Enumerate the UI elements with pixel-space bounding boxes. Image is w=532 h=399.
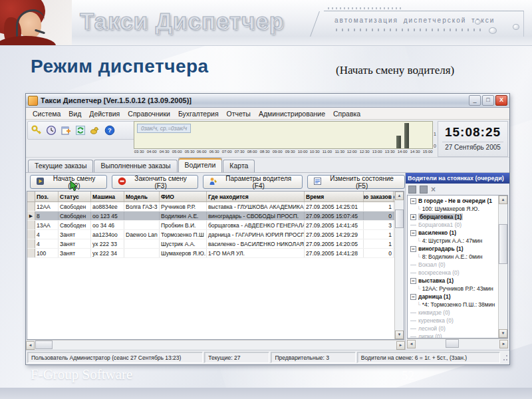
legend-square-icon[interactable] (420, 186, 428, 194)
menu-item-8[interactable]: Справка (329, 109, 364, 118)
table-row[interactable]: 13ААСвободеноо 34 46Пробкин В.И.борщагов… (27, 221, 404, 230)
tree-child-item[interactable]: └*4: Тормозенко П.Ш.: 38мин (408, 301, 507, 309)
collapse-icon[interactable]: − (410, 230, 416, 236)
action-button-4[interactable]: Изменить состояние (F5) (307, 175, 405, 189)
maximize-button[interactable]: □ (482, 95, 494, 106)
menu-item-2[interactable]: Вид (65, 109, 85, 118)
window-titlebar[interactable]: Такси Диспетчер [Ver.1.5.0.12 (13.09.200… (26, 94, 509, 108)
scroll-left-button[interactable]: ◄ (407, 340, 416, 348)
expand-icon[interactable]: + (410, 214, 416, 220)
tree-child-item[interactable]: └8: Водилкин А.Е.: 0мин (408, 253, 507, 261)
legend-square-icon[interactable] (408, 186, 416, 194)
action-button-3[interactable]: Параметры водителя (F4) (203, 175, 303, 189)
tree-item[interactable]: +борщаговка (1) (408, 213, 507, 221)
action-button-2[interactable]: Закончить смену (F3) (112, 175, 198, 189)
table-cell: Занят (59, 230, 91, 239)
table-row[interactable]: 100Занятух 222 34Шумахеров Я.Ю.1-ГО МАЯ … (27, 249, 404, 258)
chart-xtick: 13:00 (372, 149, 382, 153)
tree-item[interactable]: воскресенка (0) (408, 269, 507, 277)
tree-item[interactable]: лесной (0) (408, 325, 507, 332)
tree-child-item[interactable]: └100: Шумахеров Я.Ю. (408, 205, 507, 213)
table-vertical-scrollbar[interactable]: ▲ ▼ (394, 192, 404, 339)
tree-child-label: 4: Шустрик А.А.: 47мин (422, 237, 483, 244)
tab-3[interactable]: Водители (178, 158, 223, 172)
tree-item[interactable]: куреневка (0) (408, 317, 507, 325)
scroll-right-button[interactable]: ► (396, 341, 405, 350)
tree-vertical-scrollbar[interactable]: ▲ ▼ (498, 196, 507, 338)
table-column-header[interactable]: Модель (124, 192, 160, 201)
table-row[interactable]: 4Занятаа1234ооDaewoo LanТормозенко П.Шда… (27, 230, 404, 239)
tree-connector: └ (417, 238, 421, 244)
tree-item[interactable]: киквидзе (0) (408, 309, 507, 317)
app-window: Такси Диспетчер [Ver.1.5.0.12 (13.09.200… (25, 93, 510, 365)
table-column-header[interactable]: Поз. (35, 192, 59, 201)
tab-4[interactable]: Карта (223, 160, 255, 172)
table-row[interactable]: 12ААСвободенао8834ееВолга ГАЗ-3Ручников … (27, 202, 404, 211)
tree-child-item[interactable]: └4: Шустрик А.А.: 47мин (408, 237, 507, 245)
scrollbar-thumb[interactable] (35, 340, 53, 349)
refresh-icon[interactable] (74, 124, 86, 136)
table-column-header[interactable]: Машина (91, 192, 124, 201)
chart-xtick: 04:30 (159, 149, 169, 153)
help-icon[interactable]: ? (104, 124, 116, 136)
close-button[interactable]: X (495, 95, 507, 106)
menu-item-4[interactable]: Справочники (124, 109, 174, 118)
menu-item-1[interactable]: Система (29, 109, 65, 118)
key-icon[interactable] (31, 124, 43, 136)
collapse-icon[interactable]: − (410, 294, 416, 300)
tree-item[interactable]: −выставка (1) (408, 277, 507, 285)
scrollbar-thumb[interactable] (395, 209, 404, 228)
clock-icon[interactable] (45, 124, 57, 136)
tree-horizontal-scrollbar[interactable]: ◄ ► (407, 338, 508, 348)
action-button-1[interactable]: Начать смену (F2) (30, 175, 107, 189)
scroll-down-button[interactable]: ▼ (499, 329, 507, 338)
scroll-right-button[interactable]: ► (499, 340, 508, 348)
clear-icon[interactable]: × (431, 186, 436, 193)
tree-item[interactable]: −василенко (1) (408, 229, 507, 237)
scrollbar-thumb[interactable] (499, 224, 507, 264)
table-cell: 12АА (35, 202, 59, 211)
tree-item[interactable]: −дарница (1) (408, 293, 507, 301)
minimize-button[interactable]: _ (469, 95, 481, 106)
scroll-down-button[interactable]: ▼ (395, 331, 404, 339)
status-segment-3: Предварительные: 3 (271, 352, 355, 363)
table-column-header[interactable]: Где находится (207, 192, 305, 201)
chart-xaxis: 03:3004:0004:3005:0005:3006:0006:3007:00… (134, 149, 433, 154)
scrollbar-thumb[interactable] (446, 339, 459, 348)
tree-child-item[interactable]: └12АА: Ручников Р.Р.: 43мин (408, 285, 507, 293)
collapse-icon[interactable]: − (410, 246, 416, 252)
row-marker (27, 221, 35, 229)
table-column-header[interactable]: Время (305, 192, 364, 201)
table-column-header[interactable]: Статус (59, 192, 91, 201)
menu-item-3[interactable]: Действия (85, 109, 124, 118)
menu-item-5[interactable]: Бухгалтерия (174, 109, 223, 118)
scroll-left-button[interactable]: ◄ (26, 341, 35, 350)
collapse-icon[interactable]: − (410, 278, 416, 284)
tree-dash-icon (410, 336, 416, 337)
table-cell (124, 221, 160, 229)
new-note-icon[interactable] (60, 124, 72, 136)
tab-1[interactable]: Текущие заказы (28, 160, 93, 172)
tree-item[interactable]: Вокзал (0) (408, 261, 507, 269)
scroll-up-button[interactable]: ▲ (395, 192, 404, 200)
table-row[interactable]: ▶8Свободеноо 123 45Водилкин А.Е.виноград… (27, 211, 404, 221)
tree-item[interactable]: Борщаговка1 (0) (408, 221, 507, 229)
table-cell: 1-ГО МАЯ УЛ. (207, 249, 305, 257)
chart-xtick: 14:30 (410, 149, 420, 153)
queue-tree: −В городе - Не в очереди (1└100: Шумахер… (407, 195, 508, 338)
tree-item[interactable]: −В городе - Не в очереди (1 (408, 197, 507, 205)
table-row[interactable]: 4Занятух 222 33Шустрик А.А.василенко - В… (27, 239, 404, 249)
tab-2[interactable]: Выполненные заказы (94, 160, 177, 172)
tree-item[interactable]: −виноградарь (1) (408, 245, 507, 253)
scroll-up-button[interactable]: ▲ (499, 196, 507, 204)
table-column-header[interactable]: Кол-во заказов (364, 192, 394, 201)
collapse-icon[interactable]: − (410, 198, 416, 204)
table-horizontal-scrollbar[interactable]: ◄ ► (26, 340, 405, 350)
menu-item-6[interactable]: Отчеты (223, 109, 255, 118)
brand-logo: Такси Диспетчер (80, 8, 284, 35)
ducks-icon[interactable] (89, 124, 101, 136)
menu-item-7[interactable]: Администрирование (255, 109, 329, 118)
resize-grip[interactable] (501, 354, 508, 361)
tree-item[interactable]: липки (0) (408, 332, 507, 338)
table-column-header[interactable]: ФИО (160, 192, 207, 201)
